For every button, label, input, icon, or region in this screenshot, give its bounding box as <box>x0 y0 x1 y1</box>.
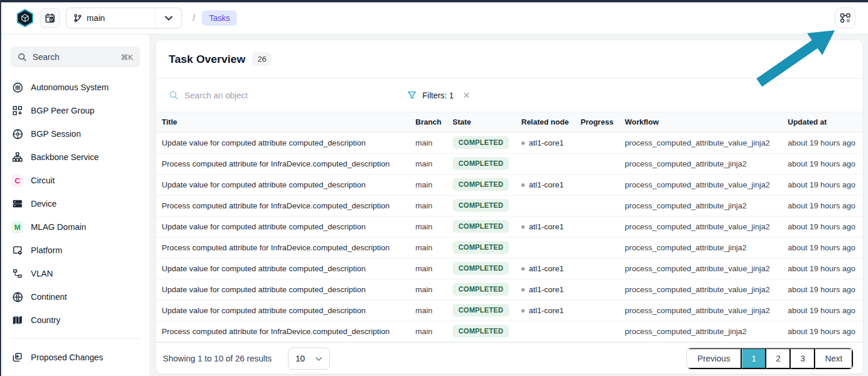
cell-related-node: atl1-core1 <box>517 174 576 195</box>
col-progress: Progress <box>576 112 620 132</box>
related-node-link[interactable]: atl1-core1 <box>529 139 564 147</box>
filter-row: Filters: 1 ✕ <box>156 79 863 112</box>
sidebar-item-label: Continent <box>31 292 67 301</box>
time-travel-button[interactable] <box>40 8 60 28</box>
page-button-2[interactable]: 2 <box>766 348 791 369</box>
cell-title: Process computed attribute for InfraDevi… <box>156 321 411 342</box>
table-row[interactable]: Update value for computed attribute comp… <box>156 279 863 300</box>
previous-page-button[interactable]: Previous <box>687 348 742 369</box>
filters-count-label[interactable]: Filters: 1 <box>422 91 454 100</box>
sidebar-item-label: VLAN <box>31 269 53 278</box>
filter-funnel-icon[interactable] <box>407 91 417 100</box>
search-icon <box>17 52 27 62</box>
cell-state: COMPLETED <box>448 321 517 342</box>
sidebar-item-object-management[interactable]: Object Management <box>10 369 140 376</box>
node-dot-icon <box>521 267 525 271</box>
cell-title: Process computed attribute for InfraDevi… <box>156 153 411 174</box>
node-dot-icon <box>521 225 525 229</box>
table-row[interactable]: Process computed attribute for InfraDevi… <box>156 153 863 174</box>
status-badge: COMPLETED <box>453 325 509 338</box>
sidebar-search[interactable]: Search ⌘K <box>10 47 140 68</box>
related-node-link[interactable]: atl1-core1 <box>529 285 564 294</box>
col-workflow: Workflow <box>620 112 783 132</box>
filters-group: Filters: 1 ✕ <box>407 90 470 101</box>
sidebar-item-continent[interactable]: Continent <box>10 285 140 308</box>
breadcrumb-tasks[interactable]: Tasks <box>202 10 237 26</box>
chevron-down-icon <box>165 16 173 21</box>
cell-state: COMPLETED <box>448 279 517 300</box>
clear-filters-icon[interactable]: ✕ <box>463 90 471 101</box>
sidebar-item-bgp-peer-group[interactable]: BGP Peer Group <box>10 99 140 122</box>
cell-updated-at: about 19 hours ago <box>783 300 863 321</box>
page-button-1[interactable]: 1 <box>742 348 766 369</box>
bgp-peer-group-icon <box>12 105 23 116</box>
table-row[interactable]: Update value for computed attribute comp… <box>156 300 863 321</box>
sidebar-item-proposed-changes[interactable]: Proposed Changes <box>10 346 140 369</box>
cell-related-node: atl1-core1 <box>517 216 576 237</box>
table-row[interactable]: Process computed attribute for InfraDevi… <box>156 195 863 216</box>
sidebar-item-platform[interactable]: Platform <box>10 239 140 262</box>
sidebar-search-shortcut: ⌘K <box>120 53 133 62</box>
branch-selector-chevron[interactable] <box>155 8 182 28</box>
sidebar-item-device[interactable]: Device <box>10 192 140 215</box>
vlan-icon <box>12 268 23 279</box>
page-title: Task Overview <box>169 53 246 66</box>
cell-progress <box>576 237 620 258</box>
table-row[interactable]: Process computed attribute for InfraDevi… <box>156 321 863 342</box>
branch-selector[interactable]: main <box>66 8 182 29</box>
schema-visualizer-button[interactable] <box>835 8 856 29</box>
cell-workflow: process_computed_attribute_value_jinja2 <box>620 258 783 279</box>
cell-updated-at: about 19 hours ago <box>783 216 863 237</box>
cell-workflow: process_computed_attribute_value_jinja2 <box>620 132 783 153</box>
cell-branch: main <box>411 195 448 216</box>
sidebar-item-autonomous-system[interactable]: Autonomous System <box>10 76 140 99</box>
sidebar-item-vlan[interactable]: VLAN <box>10 262 140 285</box>
page-size-select[interactable]: 10 <box>288 347 330 370</box>
page-button-3[interactable]: 3 <box>791 348 815 369</box>
sidebar-item-country[interactable]: Country <box>10 308 140 332</box>
cell-state: COMPLETED <box>448 237 517 258</box>
cell-related-node <box>517 153 576 174</box>
table-row[interactable]: Process computed attribute for InfraDevi… <box>156 237 863 258</box>
cell-branch: main <box>411 132 448 153</box>
branch-name: main <box>87 13 105 23</box>
sidebar-item-label: Proposed Changes <box>31 353 103 362</box>
related-node-link[interactable]: atl1-core1 <box>529 180 564 189</box>
sidebar-item-mlag-domain[interactable]: M MLAG Domain <box>10 215 140 239</box>
related-node-link[interactable]: atl1-core1 <box>529 306 564 315</box>
cell-progress <box>576 321 620 342</box>
sidebar-item-backbone-service[interactable]: Backbone Service <box>10 146 140 169</box>
cell-updated-at: about 19 hours ago <box>783 153 863 174</box>
sidebar-item-label: Autonomous System <box>31 83 109 92</box>
related-node-link[interactable]: atl1-core1 <box>529 222 564 231</box>
node-dot-icon <box>521 141 525 145</box>
sidebar-item-label: Platform <box>31 246 62 255</box>
sidebar-item-label: BGP Peer Group <box>31 106 94 115</box>
node-dot-icon <box>521 183 525 187</box>
table-row[interactable]: Update value for computed attribute comp… <box>156 132 863 153</box>
cell-branch: main <box>411 321 448 342</box>
cell-related-node: atl1-core1 <box>517 132 576 153</box>
cell-progress <box>576 258 620 279</box>
cell-state: COMPLETED <box>448 216 517 237</box>
table-row[interactable]: Update value for computed attribute comp… <box>156 174 863 195</box>
window-left-edge <box>0 0 1 376</box>
table-row[interactable]: Update value for computed attribute comp… <box>156 258 863 279</box>
node-dot-icon <box>521 309 525 313</box>
object-search-input[interactable] <box>184 91 312 100</box>
sidebar-footer-nav: Proposed Changes Object Management <box>10 346 140 376</box>
sidebar-divider <box>10 338 140 339</box>
sidebar-item-circuit[interactable]: C Circuit <box>10 169 140 192</box>
branch-selector-value[interactable]: main <box>66 13 155 23</box>
cell-updated-at: about 19 hours ago <box>783 195 863 216</box>
col-branch: Branch <box>411 112 448 132</box>
cell-progress <box>576 300 620 321</box>
sidebar-item-label: Device <box>31 199 56 208</box>
next-page-button[interactable]: Next <box>815 348 853 369</box>
cell-title: Update value for computed attribute comp… <box>156 279 411 300</box>
object-search[interactable] <box>169 90 343 100</box>
table-row[interactable]: Update value for computed attribute comp… <box>156 216 863 237</box>
sidebar-item-bgp-session[interactable]: BGP Session <box>10 122 140 146</box>
related-node-link[interactable]: atl1-core1 <box>529 264 564 273</box>
task-table-header: Title Branch State Related node Progress… <box>156 112 863 132</box>
